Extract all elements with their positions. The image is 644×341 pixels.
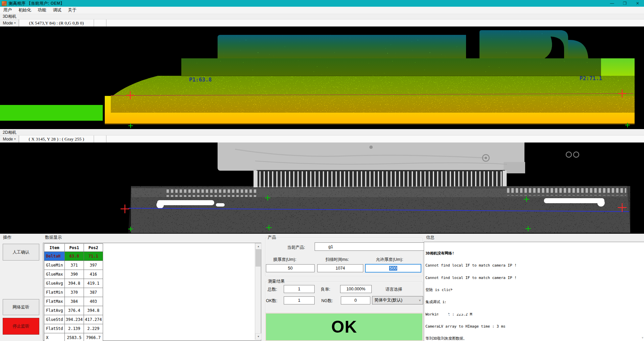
stop-listen-button[interactable]: 停止监听 (3, 318, 39, 335)
menu-debug[interactable]: 调试 (50, 7, 65, 14)
camera3d-pixel-readout: (X 5473,Y 84) : (R 0,G 0,B 0) (19, 19, 94, 26)
scrollbar-thumb[interactable] (256, 249, 261, 267)
menu-about[interactable]: 关于 (65, 7, 80, 14)
table-header-row: Item Pos1 Pos2 (44, 244, 103, 252)
film-thickness-label: 膜厚度(Um): (269, 257, 301, 263)
window-title: 测高程序 【当前用户: OEM】 (9, 1, 64, 6)
table-row[interactable]: GlueAvg 394.8 419.1 (44, 279, 103, 288)
ok-count-label: OK数: (266, 298, 277, 304)
menu-initialize[interactable]: 初始化 (15, 7, 35, 14)
scroll-up-icon[interactable]: ▲ (255, 243, 262, 249)
language-label: 语言选择 (385, 287, 402, 292)
product-section-label: 产品 (267, 235, 277, 240)
camera3d-modebar: Mode ▾ (X 5473,Y 84) : (R 0,G 0,B 0) (0, 19, 644, 27)
camera2d-section-label: 2D相机 (3, 130, 16, 135)
redaction-blob (438, 313, 449, 317)
minimize-button[interactable]: — (606, 0, 618, 7)
scan-time-label: 扫描时间ms: (323, 257, 351, 263)
maximize-button[interactable]: ❐ (618, 0, 631, 7)
selected-text: 500 (389, 266, 398, 271)
language-select[interactable]: 简体中文(默认) ˅ (372, 296, 423, 304)
camera3d-section-label: 3D相机 (3, 14, 16, 19)
table-row[interactable]: FlatStd 2.139 2.229 (44, 324, 103, 333)
network-listen-button[interactable]: 网络监听 (3, 299, 39, 315)
measurement-table: Item Pos1 Pos2 DeltaH 63.8 71.1 GlueMin … (44, 243, 103, 341)
manual-confirm-button[interactable]: 人工确认 (3, 244, 39, 261)
grayscale-image (0, 143, 644, 234)
current-product-label: 当前产品: (287, 245, 305, 250)
scan-time-field[interactable]: 1074 (317, 264, 363, 272)
allow-thickness-field[interactable]: 500 (365, 264, 421, 272)
table-row[interactable]: X 2583.5 7966.7 (44, 333, 103, 341)
current-product-field[interactable]: g1 (315, 242, 434, 251)
table-row[interactable]: GlueMin 371 397 (44, 261, 103, 270)
app-icon (2, 1, 7, 6)
col-header-item: Item (44, 244, 65, 252)
p1-measure-label: P1:63.8 (189, 76, 212, 83)
window-controls: — ❐ ✕ (606, 0, 644, 7)
col-header-pos1: Pos1 (65, 244, 84, 252)
menu-user[interactable]: 用户 (0, 7, 15, 14)
scroll-down-icon[interactable]: ▼ (642, 336, 643, 340)
scroll-down-icon[interactable]: ▼ (255, 333, 262, 340)
table-row[interactable]: FlatMin 370 387 (44, 288, 103, 297)
yield-field[interactable]: 100.000% (340, 285, 372, 293)
operations-section-label: 操作 (2, 235, 12, 240)
p2-measure-label: P2:71.1 (580, 75, 602, 81)
table-scrollbar[interactable]: ▲ ▼ (255, 243, 261, 340)
menubar: 用户 初始化 功能 调试 关于 (0, 7, 644, 14)
allow-thickness-label: 允许厚度(Um): (373, 257, 406, 263)
chevron-down-icon: ▾ (14, 137, 16, 140)
height-map-image: P1:63.8 P2:71.1 (0, 26, 644, 129)
close-button[interactable]: ✕ (631, 0, 644, 7)
camera3d-status-cell (94, 19, 106, 26)
ng-count-field[interactable]: 0 (341, 296, 370, 304)
application-window: 测高程序 【当前用户: OEM】 — ❐ ✕ 用户 初始化 功能 调试 关于 3… (0, 0, 644, 341)
table-row[interactable]: FlatAvg 376.4 394.8 (44, 306, 103, 315)
log-line: CameraLV array to HImage time : 3 ms (425, 325, 644, 329)
redaction-blob (504, 307, 592, 311)
log-line: 等到3D取到灰度图数据。 (425, 337, 644, 341)
results-section-label: 测量结果 (267, 279, 286, 284)
table-row[interactable]: GlueStd 394.234 417.274 (44, 315, 103, 324)
yield-label: 良率: (321, 287, 330, 292)
total-field[interactable]: 1 (284, 285, 315, 293)
col-header-pos2: Pos2 (84, 244, 103, 252)
table-row[interactable]: FlatMax 384 403 (44, 297, 103, 306)
table-row[interactable]: DeltaH 63.8 71.1 (44, 252, 103, 261)
status-badge: OK (331, 317, 357, 337)
camera2d-status-cell (94, 135, 106, 143)
camera3d-status-cell-2 (106, 19, 644, 26)
camera3d-viewport[interactable]: P1:63.8 P2:71.1 (0, 26, 644, 129)
camera3d-mode-button[interactable]: Mode ▾ (0, 19, 19, 26)
total-label: 总数: (268, 287, 277, 292)
ng-count-label: NG数: (321, 298, 333, 304)
chevron-down-icon: ˅ (419, 299, 421, 302)
log-line: 3D相机没有网络! (425, 251, 644, 255)
camera2d-modebar: Mode ▾ ( X 3145, Y 28 ) : ( Gray 255 ) (0, 135, 644, 143)
log-line: Cannot find local IF to match camera IP … (425, 264, 644, 268)
camera2d-status-cell-2 (106, 135, 644, 143)
redaction-blob (444, 279, 484, 288)
camera2d-pixel-readout: ( X 3145, Y 28 ) : ( Gray 255 ) (19, 135, 94, 143)
ok-count-field[interactable]: 1 (284, 296, 315, 304)
film-thickness-field[interactable]: 50 (266, 264, 315, 272)
result-status-panel: OK (265, 313, 423, 341)
data-display-section-label: 数据显示 (44, 235, 63, 240)
data-display-list: Item Pos1 Pos2 DeltaH 63.8 71.1 GlueMin … (43, 243, 261, 341)
menu-function[interactable]: 功能 (35, 7, 50, 14)
info-section-label: 信息 (425, 235, 435, 240)
chevron-down-icon: ▾ (14, 21, 16, 24)
titlebar[interactable]: 测高程序 【当前用户: OEM】 — ❐ ✕ (0, 0, 644, 7)
camera2d-viewport[interactable] (0, 143, 644, 234)
camera2d-mode-button[interactable]: Mode ▾ (0, 135, 19, 143)
table-row[interactable]: GlueMax 390 416 (44, 270, 103, 279)
